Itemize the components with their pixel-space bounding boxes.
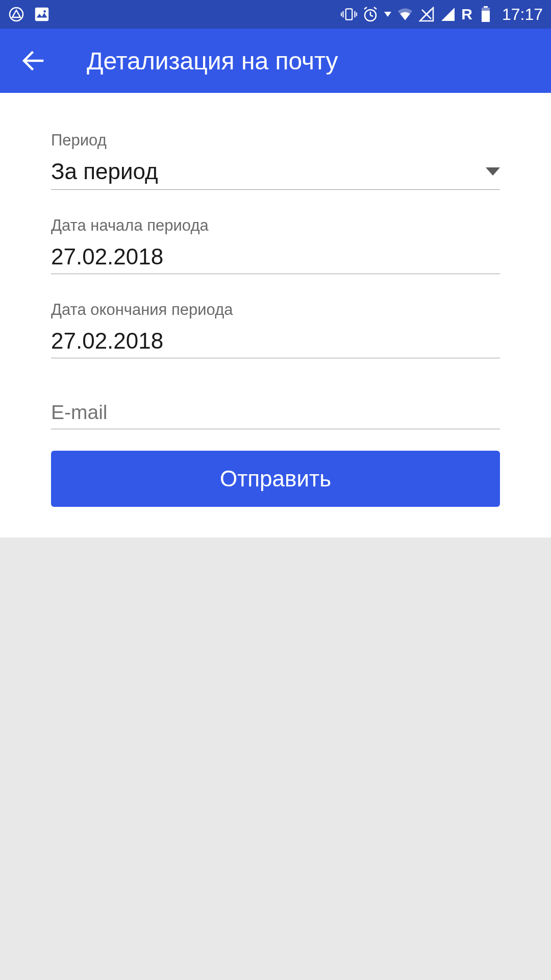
- page-title: Детализация на почту: [87, 47, 338, 75]
- status-time: 17:17: [502, 5, 543, 24]
- email-field-wrap: [51, 401, 500, 429]
- app-notification-icon: [8, 6, 24, 22]
- svg-rect-15: [484, 6, 488, 8]
- status-left: [8, 6, 50, 22]
- end-date-field-group: Дата окончания периода 27.02.2018: [51, 301, 500, 358]
- period-select[interactable]: За период: [51, 159, 500, 190]
- svg-rect-3: [346, 9, 352, 19]
- app-bar: Детализация на почту: [0, 29, 551, 93]
- vibrate-icon: [341, 6, 357, 22]
- form-card: Период За период Дата начала периода 27.…: [0, 93, 551, 537]
- wifi-icon: [397, 6, 413, 22]
- signal-2-icon: [440, 6, 456, 22]
- end-date-value: 27.02.2018: [51, 328, 163, 353]
- roaming-indicator: R: [461, 6, 472, 23]
- start-date-field[interactable]: 27.02.2018: [51, 244, 500, 274]
- email-field[interactable]: [51, 401, 500, 424]
- period-value: За период: [51, 159, 158, 184]
- period-field-group: Период За период: [51, 131, 500, 190]
- status-right: R 17:17: [341, 5, 543, 24]
- svg-line-11: [364, 7, 367, 9]
- signal-1-icon: [418, 6, 435, 22]
- image-icon: [34, 6, 50, 22]
- battery-icon: [478, 6, 494, 22]
- start-date-label: Дата начала периода: [51, 216, 500, 235]
- svg-rect-17: [482, 11, 490, 22]
- chevron-down-icon: [486, 167, 500, 176]
- dropdown-small-icon: [384, 6, 392, 22]
- alarm-icon: [362, 6, 379, 22]
- svg-line-12: [374, 7, 377, 9]
- svg-rect-1: [35, 8, 48, 21]
- svg-point-2: [43, 10, 46, 13]
- start-date-value: 27.02.2018: [51, 244, 163, 269]
- svg-line-10: [370, 15, 373, 16]
- end-date-field[interactable]: 27.02.2018: [51, 328, 500, 358]
- period-label: Период: [51, 131, 500, 150]
- submit-button[interactable]: Отправить: [51, 451, 500, 507]
- end-date-label: Дата окончания периода: [51, 301, 500, 319]
- back-button[interactable]: [20, 48, 46, 74]
- start-date-field-group: Дата начала периода 27.02.2018: [51, 216, 500, 274]
- status-bar: R 17:17: [0, 0, 551, 29]
